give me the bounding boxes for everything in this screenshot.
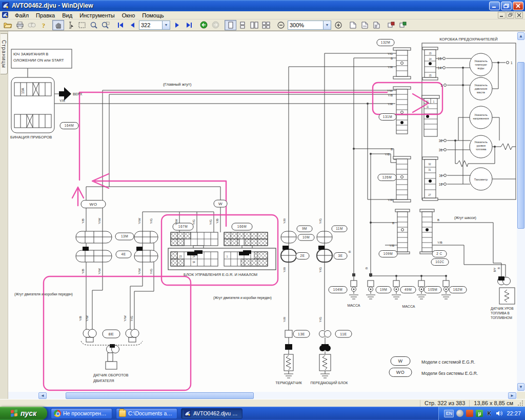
- scroll-left-button[interactable]: ◄: [38, 392, 47, 399]
- select-text-tool-button[interactable]: [64, 20, 76, 30]
- language-indicator[interactable]: EN: [444, 410, 454, 417]
- diagram-label: 3: [440, 84, 442, 87]
- start-button-label: пуск: [21, 409, 36, 417]
- page-number-combo: ▼: [139, 21, 170, 30]
- diagram-label: 10A: [21, 88, 25, 94]
- zoom-in-button[interactable]: [332, 20, 344, 30]
- diagram-label: B: [437, 218, 439, 222]
- menu-window[interactable]: Окно: [118, 12, 139, 19]
- diagram-label: B: [348, 251, 351, 253]
- diagram-label: Y/B: [82, 218, 85, 224]
- restore-button[interactable]: [501, 2, 512, 10]
- menu-help[interactable]: Помощь: [138, 12, 168, 19]
- diagram-label: (Жгут двигателя и коробки передач): [14, 292, 73, 296]
- find-button[interactable]: [26, 20, 37, 30]
- close-button[interactable]: [513, 2, 523, 10]
- last-page-button[interactable]: [183, 20, 195, 30]
- zoom-select-tool-button[interactable]: [99, 20, 111, 30]
- scroll-up-button[interactable]: ▲: [517, 32, 524, 40]
- first-page-button[interactable]: [114, 20, 126, 30]
- connector-id-label: 104M: [333, 288, 342, 291]
- previous-page-button[interactable]: [126, 20, 138, 30]
- vertical-scrollbar[interactable]: ▲ ▼: [517, 31, 525, 392]
- mdi-close-button[interactable]: [515, 12, 523, 18]
- diagram-label: Модели без системы E.G.R.: [421, 371, 478, 376]
- menu-view[interactable]: Вид: [58, 12, 76, 19]
- fit-width-button[interactable]: [359, 20, 371, 30]
- layout-facing-continuous-button[interactable]: [260, 20, 272, 30]
- task-label: C:\Documents and Se...: [128, 410, 174, 416]
- diagram-label: ПЕРЕДАЮЩИЙ БЛОК: [311, 381, 349, 385]
- tray-antivirus-icon[interactable]: K: [486, 410, 493, 417]
- diagram-label: Y/B: [216, 218, 219, 224]
- actual-size-button[interactable]: [371, 20, 382, 30]
- diagram-label: Y/G: [319, 317, 322, 323]
- menu-tools[interactable]: Инструменты: [76, 12, 118, 19]
- diagram-label: Y/W: [138, 218, 141, 224]
- start-button[interactable]: пуск: [0, 407, 47, 420]
- connector-id-label: 164M: [65, 124, 74, 127]
- taskbar-task-windjview[interactable]: AVTO0462.djvu - Win...: [181, 408, 243, 419]
- menu-bar: Файл Правка Вид Инструменты Окно Помощь: [0, 11, 525, 19]
- print-button[interactable]: [14, 20, 26, 30]
- pages-panel-tab[interactable]: Страницы: [1, 33, 8, 74]
- diagram-label: 24: [192, 255, 195, 258]
- diagram-label: 12: [426, 101, 429, 103]
- open-file-button[interactable]: [2, 20, 14, 30]
- zoom-out-button[interactable]: [275, 20, 287, 30]
- tray-clock-icon[interactable]: [456, 410, 463, 417]
- connector-id-label: 105M: [428, 288, 437, 291]
- layout-single-page-button[interactable]: [225, 20, 236, 30]
- horizontal-scrollbar[interactable]: ◄ ►: [8, 392, 517, 399]
- select-area-tool-button[interactable]: [76, 20, 88, 30]
- display-color-button[interactable]: [386, 20, 397, 30]
- page-combo-arrow-icon[interactable]: ▼: [163, 21, 170, 30]
- connector-id-label: 162M: [453, 288, 462, 291]
- zoom-tool-button[interactable]: [88, 20, 99, 30]
- minimize-button[interactable]: [489, 2, 500, 10]
- help-button[interactable]: ?: [37, 20, 49, 30]
- svg-text:?: ?: [42, 22, 45, 29]
- vertical-scroll-thumb[interactable]: [517, 62, 524, 229]
- diagram-label: ОЛОЖЕНИИ ON или START: [13, 58, 64, 63]
- diagram-label: ТОПЛИВА В: [491, 311, 510, 315]
- diagram-label: Модели с системой E.G.R.: [421, 359, 475, 365]
- zoom-combo-arrow-icon[interactable]: ▼: [324, 21, 331, 30]
- mdi-restore-button[interactable]: [507, 12, 514, 18]
- taskbar: пуск Не просмотренные з... C:\Documents …: [0, 407, 525, 420]
- diagram-label: Y/G: [388, 52, 393, 55]
- diagram-label: температ: [475, 63, 487, 66]
- document-canvas[interactable]: 164M132M131M167M166M13M4EWOW8E9M10M2E11M…: [8, 31, 517, 392]
- next-page-button[interactable]: [171, 20, 183, 30]
- layout-continuous-button[interactable]: [236, 20, 248, 30]
- export-page-button[interactable]: [397, 20, 409, 30]
- menu-edit[interactable]: Правка: [32, 12, 58, 19]
- back-button[interactable]: [198, 20, 210, 30]
- menu-file[interactable]: Файл: [11, 12, 32, 19]
- forward-button[interactable]: [210, 20, 221, 30]
- layout-facing-button[interactable]: [248, 20, 260, 30]
- scroll-right-button[interactable]: ►: [508, 392, 516, 399]
- resize-grip[interactable]: [517, 400, 524, 407]
- tray-messenger-icon[interactable]: [466, 410, 473, 417]
- taskbar-task-explorer[interactable]: C:\Documents and Se...: [116, 408, 177, 419]
- diagram-label: БЛОК УПРАВЛЕНИЯ E.G.R. И НАКАЛОМ: [184, 272, 257, 277]
- diagram-label: B: [391, 57, 393, 60]
- diagram-label: Y/W: [138, 268, 141, 274]
- diagram-label: ТЕРМОДАТЧИК: [275, 381, 302, 385]
- scroll-down-button[interactable]: ▼: [517, 383, 524, 391]
- hand-tool-button[interactable]: [52, 20, 64, 30]
- taskbar-task-browser[interactable]: Не просмотренные з...: [51, 408, 112, 419]
- sidebar-strip: Страницы: [0, 31, 8, 399]
- fit-page-button[interactable]: [347, 20, 359, 30]
- diagram-label: Y/R: [388, 66, 393, 69]
- horizontal-scroll-thumb[interactable]: [66, 392, 254, 399]
- diagram-label: 15: [429, 74, 432, 77]
- zoom-input[interactable]: [288, 21, 324, 30]
- connector-id-label: 2 C: [436, 252, 442, 255]
- page-number-input[interactable]: [139, 21, 163, 30]
- tray-torrent-icon[interactable]: µ: [476, 410, 483, 417]
- tray-volume-icon[interactable]: [495, 410, 502, 417]
- diagram-label: ДАТЧИК УРОВ: [491, 307, 514, 311]
- mdi-minimize-button[interactable]: [498, 12, 506, 18]
